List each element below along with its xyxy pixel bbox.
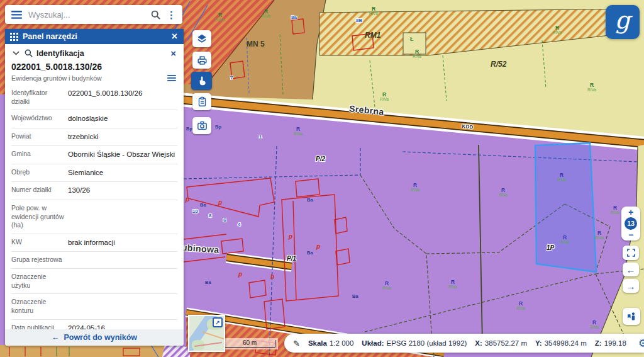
table-row: Identyfikator działki022001_5.0018.130/2…: [11, 85, 177, 110]
soil-label: RRIVb: [262, 9, 270, 19]
status-bar: ✎ Skala1:2 000 Układ:EPSG 2180 (układ 19…: [284, 334, 644, 353]
identify-section-header: Identyfikacja ×: [5, 44, 184, 60]
attribute-table: Identyfikator działki022001_5.0018.130/2…: [5, 85, 184, 329]
address-label: 10: [192, 209, 198, 214]
logo-letter: g: [615, 11, 630, 30]
zone-label: P/1: [287, 256, 296, 262]
table-row: GminaOborniki Śląskie - Obszar Wiejski: [11, 146, 177, 164]
selected-parcel: [535, 143, 596, 272]
previous-view-button[interactable]: ←: [623, 263, 639, 276]
panel-close-button[interactable]: ×: [170, 31, 179, 42]
address-label: 8B: [356, 18, 362, 23]
street-view-button[interactable]: [623, 308, 640, 325]
menu-button[interactable]: [10, 9, 23, 20]
soil-label: RRIVa: [587, 82, 596, 93]
geoportal-logo[interactable]: g: [606, 5, 640, 39]
table-row: Oznaczenie użytku: [11, 269, 177, 294]
menu-lines-icon: [167, 75, 176, 81]
road-class-label: KDD: [462, 124, 474, 130]
search-input[interactable]: [27, 9, 146, 20]
arrow-right-icon: →: [626, 281, 636, 291]
printer-icon: [197, 55, 208, 65]
result-source-label: Ewidencja gruntów i budynków: [11, 74, 166, 82]
soil-label: RRIVa: [499, 188, 508, 198]
table-row: ObrębSiemianice: [11, 164, 177, 183]
landuse-label: Bp: [186, 127, 192, 132]
fullscreen-button[interactable]: [623, 246, 639, 260]
zoom-control: + 13 −: [621, 207, 640, 241]
street-view-pegman-icon: [626, 312, 636, 321]
overview-minimap[interactable]: ↗: [188, 315, 225, 352]
table-row: Województwodolnośląskie: [11, 110, 177, 128]
collapse-section-button[interactable]: [11, 50, 21, 57]
soil-label: RRIVa: [448, 280, 457, 290]
search-bar: ⋮: [5, 5, 182, 24]
crs-readout: Układ:EPSG 2180 (układ 1992): [362, 339, 467, 347]
minimap-expand-button[interactable]: ↗: [213, 317, 223, 327]
identify-icon: [25, 49, 33, 57]
result-parcel-id: 022001_5.0018.130/26: [5, 60, 184, 72]
address-label: 1: [259, 135, 262, 140]
zone-label: P/2: [316, 156, 325, 162]
soil-label: RRIVa: [516, 301, 525, 311]
z-coordinate-readout: Z:199.18: [595, 339, 626, 347]
building-label: p: [316, 244, 320, 250]
y-coordinate-readout: Y:354998.24 m: [535, 339, 587, 347]
layers-icon: [196, 33, 208, 44]
back-to-results-button[interactable]: ← Powrót do wyników: [5, 329, 184, 346]
section-close-button[interactable]: ×: [169, 48, 177, 58]
result-source-row: Ewidencja gruntów i budynków: [5, 72, 184, 85]
result-menu-button[interactable]: [166, 74, 177, 82]
back-arrow-icon: ←: [52, 333, 60, 342]
search-icon: [151, 10, 160, 20]
landuse-label: Ba: [200, 203, 206, 208]
zone-label: MN 5: [247, 40, 265, 48]
soil-label: RRIVa: [413, 49, 421, 59]
print-button[interactable]: [192, 52, 211, 69]
address-label: 7: [230, 76, 233, 81]
soil-label: RRIVa: [411, 183, 419, 193]
landuse-label: Ba: [307, 198, 313, 203]
table-row: KWbrak informacji: [11, 234, 177, 252]
table-row: Data publikacji danych2024-05-16: [11, 320, 177, 330]
apps-grid-icon: [10, 33, 18, 41]
soil-label: RRIVb: [369, 6, 378, 16]
clipboard-button[interactable]: [192, 93, 211, 110]
building-label: p: [186, 196, 189, 203]
pencil-icon: ✎: [293, 339, 300, 348]
zoom-out-button[interactable]: −: [628, 230, 633, 239]
chevron-down-icon: [13, 51, 19, 55]
landuse-label: Ba: [205, 280, 211, 285]
search-button[interactable]: [150, 9, 162, 21]
touch-pointer-icon: [197, 76, 207, 86]
soil-label: RRIVb: [553, 25, 562, 35]
back-to-results-label: Powrót do wyników: [64, 333, 137, 342]
table-row: Grupa rejestrowa: [11, 252, 177, 269]
x-coordinate-readout: X:385752.27 m: [475, 339, 527, 347]
building-label: p: [218, 200, 222, 206]
landuse-label: Ba: [307, 251, 313, 256]
identify-tool-button[interactable]: [191, 72, 212, 90]
soil-label: RRIVa: [595, 230, 604, 241]
clipboard-icon: [197, 96, 207, 107]
table-row: Powiattrzebnicki: [11, 128, 177, 147]
layers-button[interactable]: [192, 30, 211, 47]
settings-button[interactable]: ⚙: [635, 337, 644, 349]
expand-arrow-icon: ↗: [215, 319, 220, 326]
table-row: Pole pow. w ewidencji gruntów (ha): [11, 200, 177, 234]
zoom-in-button[interactable]: +: [628, 208, 633, 217]
minimap-road: [203, 331, 225, 340]
arrow-left-icon: ←: [626, 265, 636, 275]
fullscreen-icon: [627, 249, 635, 257]
gear-icon: ⚙: [638, 337, 644, 349]
close-icon: ×: [170, 48, 176, 59]
panel-title: Panel narzędzi: [23, 32, 166, 41]
building-label: b: [270, 274, 274, 280]
address-label: 6: [223, 218, 226, 223]
next-view-button[interactable]: →: [623, 279, 639, 293]
minus-icon: −: [628, 230, 633, 240]
soil-label: RRIVa: [611, 205, 619, 215]
camera-button[interactable]: [192, 117, 211, 134]
more-options-button[interactable]: ⋮: [165, 9, 177, 21]
camera-icon: [197, 121, 208, 130]
